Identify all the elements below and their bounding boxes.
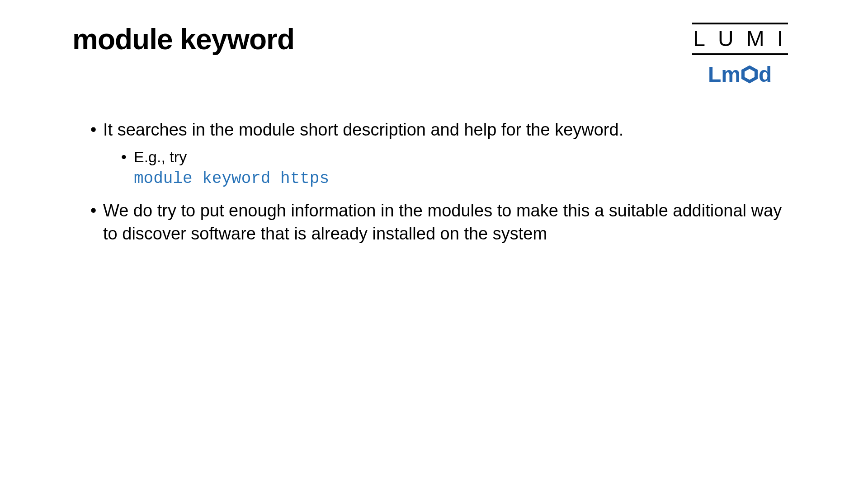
bullet-item: It searches in the module short descript…	[90, 118, 796, 190]
sub-bullet-list: E.g., try module keyword https	[103, 147, 796, 190]
lumi-logo-text: LUMI	[684, 28, 796, 50]
code-example: module keyword https	[134, 169, 329, 188]
bullet-text: It searches in the module short descript…	[103, 120, 623, 139]
bullet-list: It searches in the module short descript…	[72, 118, 796, 245]
lumi-logo-line-top	[692, 23, 788, 24]
sub-bullet-item: E.g., try module keyword https	[121, 147, 796, 190]
lumi-logo-line-bottom	[692, 53, 788, 55]
bullet-text: We do try to put enough information in t…	[103, 201, 782, 243]
logos-container: LUMI Lm d	[684, 23, 796, 87]
slide-content: It searches in the module short descript…	[72, 118, 796, 245]
lmod-suffix: d	[759, 62, 772, 87]
lmod-logo: Lm d	[708, 62, 772, 87]
slide-title: module keyword	[72, 23, 294, 56]
lmod-prefix: Lm	[708, 62, 741, 87]
slide-header: module keyword LUMI Lm d	[72, 23, 796, 87]
slide: module keyword LUMI Lm d It searches i	[0, 0, 868, 488]
sub-bullet-intro: E.g., try	[134, 148, 187, 165]
lumi-logo: LUMI	[684, 23, 796, 55]
bullet-item: We do try to put enough information in t…	[90, 199, 796, 246]
lmod-hexagon-icon	[741, 66, 758, 84]
